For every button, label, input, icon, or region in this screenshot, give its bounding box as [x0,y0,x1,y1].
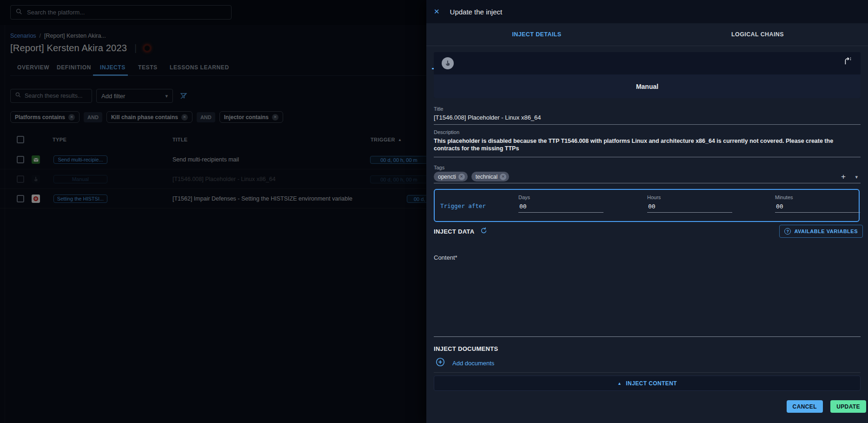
add-documents-row[interactable]: Add documents [435,357,494,369]
injector-card-body: Manual [434,74,861,98]
minutes-label: Minutes [775,195,860,200]
trigger-after-label: Trigger after [440,202,486,209]
update-button[interactable]: UPDATE [830,400,866,413]
close-icon[interactable]: ✕ [434,7,440,16]
trigger-days-field: Days [518,195,603,213]
tags-field-label: Tags [434,165,861,170]
inject-documents-heading: INJECT DOCUMENTS [434,345,498,352]
title-field-value[interactable]: [T1546.008] Placeholder - Linux x86_64 [434,114,861,121]
injector-type-label: Manual [636,83,658,90]
available-variables-button[interactable]: ? AVAILABLE VARIABLES [779,225,863,238]
app-screen: Scenarios / [Report] Kersten Akira... [R… [0,0,868,423]
route-icon[interactable] [842,56,853,66]
tags-field[interactable]: Tags opencti ✕ technical ✕ + ▾ [434,165,861,183]
collapse-up-icon: ▲ [617,381,622,386]
description-field-label: Description [434,129,861,135]
hours-input[interactable] [647,200,732,213]
minutes-input[interactable] [775,200,860,213]
divider [434,372,861,373]
injector-type-card: Manual [434,52,861,98]
trigger-minutes-field: Minutes [775,195,860,213]
days-label: Days [518,195,603,200]
remove-tag-icon[interactable]: ✕ [458,174,465,180]
tag-label: opencti [438,174,456,180]
drawer-tabs: INJECT DETAILS LOGICAL CHAINS [426,23,868,46]
tab-logical-chains[interactable]: LOGICAL CHAINS [647,31,868,38]
available-variables-label: AVAILABLE VARIABLES [794,228,858,234]
tag-chip-technical[interactable]: technical ✕ [471,172,509,181]
title-field-label: Title [434,106,861,112]
days-input[interactable] [518,200,603,213]
manual-injector-avatar-icon [442,57,454,69]
tab-inject-details[interactable]: INJECT DETAILS [426,31,647,38]
content-field-underline [434,336,861,337]
trigger-hours-field: Hours [647,195,732,213]
drawer-header: ✕ Update the inject [426,0,868,23]
content-field-label: Content* [434,254,457,261]
remove-tag-icon[interactable]: ✕ [500,174,506,180]
hours-label: Hours [647,195,732,200]
help-icon: ? [784,228,791,235]
injector-card-header [434,52,861,74]
inject-content-toggle[interactable]: ▲ INJECT CONTENT [434,376,861,391]
cancel-button[interactable]: CANCEL [787,400,823,413]
inject-content-label: INJECT CONTENT [626,380,677,387]
description-field-value[interactable]: This placeholder is disabled because the… [434,137,860,152]
description-field[interactable]: Description This placeholder is disabled… [434,129,861,157]
add-tag-icon[interactable]: + [841,172,846,181]
tag-label: technical [476,174,497,180]
refresh-icon[interactable] [480,227,488,236]
inject-data-section: INJECT DATA [434,227,488,236]
update-inject-drawer: ✕ Update the inject INJECT DETAILS LOGIC… [426,0,868,423]
inject-data-heading: INJECT DATA [434,228,474,235]
tag-chip-opencti[interactable]: opencti ✕ [434,172,468,181]
drawer-title: Update the inject [450,8,503,16]
tag-chip-row: opencti ✕ technical ✕ [434,172,509,181]
trigger-after-group: Trigger after Days Hours Minutes [434,189,860,222]
chevron-down-icon[interactable]: ▾ [855,174,858,180]
add-documents-link[interactable]: Add documents [452,360,494,367]
add-circle-icon[interactable] [435,357,445,369]
title-field[interactable]: Title [T1546.008] Placeholder - Linux x8… [434,106,861,125]
